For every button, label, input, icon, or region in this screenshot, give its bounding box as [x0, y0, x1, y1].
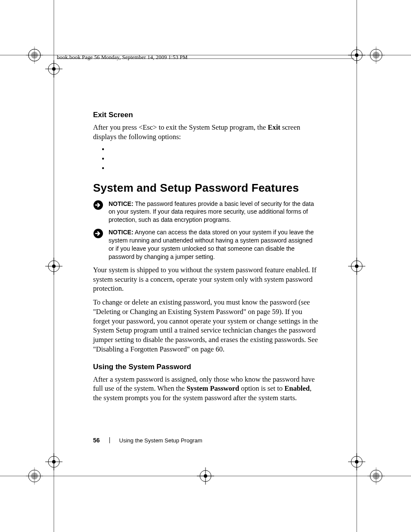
- notice-arrow-icon: [93, 200, 103, 210]
- list-item: [102, 146, 319, 156]
- text-bold: Exit: [268, 123, 280, 131]
- using-system-password-heading: Using the System Password: [93, 363, 319, 371]
- notice-arrow-icon: [93, 228, 103, 239]
- paragraph: Your system is shipped to you without th…: [93, 265, 319, 293]
- notice-block: NOTICE: Anyone can access the data store…: [93, 228, 319, 261]
- main-heading: System and Setup Password Features: [93, 181, 319, 195]
- footer-section-title: Using the System Setup Program: [119, 437, 202, 444]
- page-footer: 56 Using the System Setup Program: [93, 437, 202, 444]
- list-item: [102, 165, 319, 174]
- text-bold: Enabled: [284, 384, 310, 392]
- notice-label: NOTICE:: [109, 200, 134, 207]
- page-content: Exit Screen After you press <Esc> to exi…: [93, 111, 319, 407]
- text-bold: System Password: [187, 384, 239, 392]
- list-item: [102, 156, 319, 165]
- exit-options-list: [102, 146, 319, 174]
- header-crop-info: book.book Page 56 Monday, September 14, …: [57, 54, 360, 61]
- text: After you press <Esc> to exit the System…: [93, 123, 268, 131]
- page-number: 56: [93, 437, 100, 444]
- document-page: book.book Page 56 Monday, September 14, …: [0, 0, 411, 532]
- exit-screen-heading: Exit Screen: [93, 111, 319, 119]
- notice-body: The password features provide a basic le…: [109, 200, 314, 224]
- notice-block: NOTICE: The password features provide a …: [93, 200, 319, 224]
- exit-screen-intro: After you press <Esc> to exit the System…: [93, 123, 319, 142]
- notice-text: NOTICE: The password features provide a …: [109, 200, 319, 224]
- text: option is set to: [239, 384, 284, 392]
- footer-divider: [109, 437, 110, 443]
- notice-label: NOTICE:: [109, 229, 134, 236]
- paragraph: To change or delete an existing password…: [93, 298, 319, 354]
- paragraph: After a system password is assigned, onl…: [93, 375, 319, 403]
- notice-body: Anyone can access the data stored on you…: [109, 229, 314, 260]
- notice-text: NOTICE: Anyone can access the data store…: [109, 228, 319, 261]
